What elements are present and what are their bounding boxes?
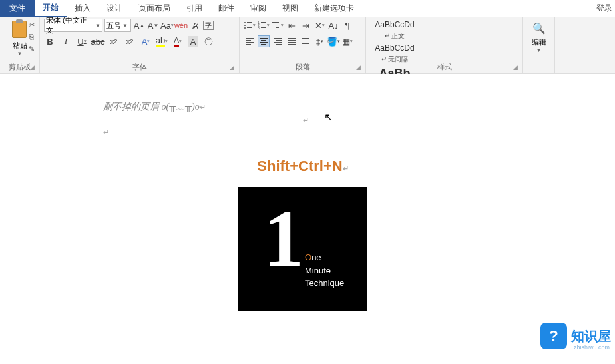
bullets-button[interactable]: ▾ (244, 19, 256, 31)
justify-button[interactable] (286, 35, 298, 47)
logo-image: 1 One Minute Technique (238, 187, 367, 311)
svg-rect-27 (288, 38, 296, 39)
svg-rect-21 (260, 42, 268, 43)
text-effects-button[interactable]: A▾ (140, 35, 152, 47)
numbering-button[interactable]: 123▾ (258, 19, 270, 31)
font-launcher-icon[interactable]: ◢ (230, 64, 238, 72)
align-left-button[interactable] (244, 35, 256, 47)
page: 删不掉的页眉 o(╥﹏╥)o↵ ↵ ↖ ↵ Shift+Ctrl+N↵ 1 On… (103, 100, 503, 311)
char-border-button[interactable]: 字 (203, 21, 214, 30)
svg-rect-29 (288, 42, 296, 43)
paragraph-group-label: 段落 (240, 62, 365, 72)
tab-view[interactable]: 视图 (274, 0, 306, 17)
decrease-indent-button[interactable]: ⇤ (286, 19, 298, 31)
sort-button[interactable]: A↓ (327, 19, 339, 31)
svg-rect-7 (261, 22, 266, 23)
svg-rect-31 (302, 38, 309, 39)
svg-rect-13 (274, 25, 279, 25)
italic-button[interactable]: I (60, 35, 72, 47)
clipboard-icon (12, 21, 28, 39)
edit-group-label: 编辑 (532, 37, 546, 47)
line-spacing-button[interactable]: ‡▾ (313, 35, 325, 47)
align-center-button[interactable] (258, 35, 270, 47)
group-edit: 🔍 编辑 ▼ (523, 17, 555, 73)
superscript-button[interactable]: x2 (124, 35, 136, 47)
tab-references[interactable]: 引用 (178, 0, 210, 17)
styles-launcher-icon[interactable]: ◢ (513, 64, 521, 72)
subscript-button[interactable]: x2 (108, 35, 120, 47)
grow-font-button[interactable]: A▲ (133, 19, 145, 31)
distribute-button[interactable] (300, 35, 311, 47)
svg-rect-17 (246, 42, 254, 43)
group-styles: AaBbCcDd ↵ 正文 AaBbCcDd ↵ 无间隔 AaBb 标题 1 ▲… (366, 17, 523, 73)
svg-rect-16 (246, 40, 251, 41)
tab-newtab[interactable]: 新建选项卡 (306, 0, 362, 17)
increase-indent-button[interactable]: ⇥ (300, 19, 311, 31)
svg-rect-28 (288, 40, 296, 41)
document-area[interactable]: 删不掉的页眉 o(╥﹏╥)o↵ ↵ ↖ ↵ Shift+Ctrl+N↵ 1 On… (0, 74, 615, 353)
char-shading-button[interactable]: A (188, 36, 198, 47)
align-right-button[interactable] (272, 35, 284, 47)
show-marks-button[interactable]: ¶ (341, 19, 353, 31)
tab-layout[interactable]: 页面布局 (130, 0, 178, 17)
shrink-font-button[interactable]: A▼ (147, 19, 159, 31)
page-header[interactable]: 删不掉的页眉 o(╥﹏╥)o↵ ↵ ↖ (103, 100, 503, 116)
svg-point-2 (244, 25, 246, 26)
font-color-button[interactable]: A▾ (172, 35, 184, 47)
svg-rect-12 (272, 22, 279, 23)
clipboard-launcher-icon[interactable]: ◢ (30, 64, 38, 72)
watermark: ? 知识屋 zhishiwu.com (540, 323, 611, 349)
font-group-label: 字体 (40, 62, 239, 72)
tab-mail[interactable]: 邮件 (210, 0, 242, 17)
tab-review[interactable]: 审阅 (242, 0, 274, 17)
enclose-char-button[interactable]: ㊁ (202, 35, 214, 47)
format-painter-button[interactable]: ✎ (26, 43, 37, 54)
paragraph-mark-icon: ↵ (103, 128, 109, 136)
clear-formatting-button[interactable]: A̷ (189, 19, 201, 31)
cut-button[interactable]: ✂ (26, 19, 37, 30)
style-normal[interactable]: AaBbCcDd ↵ 正文 (371, 19, 418, 41)
paste-label: 粘贴 (13, 41, 27, 51)
logo-numeral: 1 (264, 199, 304, 279)
highlight-button[interactable]: ab▾ (156, 35, 168, 47)
svg-rect-20 (261, 40, 266, 41)
font-size-combo[interactable]: 五号▼ (104, 19, 131, 32)
svg-rect-33 (302, 43, 309, 44)
svg-rect-5 (247, 27, 252, 28)
svg-point-4 (244, 27, 246, 29)
header-text[interactable]: 删不掉的页眉 o(╥﹏╥)o (103, 102, 200, 112)
paragraph-launcher-icon[interactable]: ◢ (356, 64, 364, 72)
multilevel-list-button[interactable]: ▾ (272, 19, 284, 31)
tab-file[interactable]: 文件 (0, 0, 35, 17)
svg-rect-24 (276, 40, 282, 41)
font-name-combo[interactable]: 宋体 (中文正文▼ (44, 19, 102, 32)
ribbon: 粘贴 ▼ ✂ ⎘ ✎ 剪贴板 ◢ 宋体 (中文正文▼ 五号▼ A▲ A▼ Aa▾… (0, 17, 615, 74)
cursor-arrow-icon: ↖ (324, 111, 333, 124)
underline-button[interactable]: U▾ (76, 35, 88, 47)
copy-button[interactable]: ⎘ (26, 31, 37, 42)
svg-point-0 (244, 22, 246, 23)
shading-button[interactable]: 🪣▾ (327, 35, 339, 47)
find-button[interactable]: 🔍 (532, 22, 546, 35)
login-link[interactable]: 登录 (596, 3, 615, 14)
svg-rect-15 (246, 38, 254, 39)
svg-rect-22 (261, 44, 266, 45)
svg-text:3: 3 (258, 26, 260, 29)
svg-rect-9 (261, 25, 266, 25)
tab-insert[interactable]: 插入 (67, 0, 99, 17)
svg-rect-26 (276, 44, 282, 45)
paragraph-mark-icon: ↵ (303, 116, 309, 125)
tab-bar: 文件 开始 插入 设计 页面布局 引用 邮件 审阅 视图 新建选项卡 登录 (0, 0, 615, 17)
borders-button[interactable]: ▦▾ (341, 35, 353, 47)
change-case-button[interactable]: Aa▾ (161, 19, 173, 31)
svg-rect-3 (247, 25, 252, 25)
bold-button[interactable]: B (44, 35, 56, 47)
watermark-url: zhishiwu.com (574, 344, 610, 351)
strikethrough-button[interactable]: abc (92, 35, 104, 47)
phonetic-guide-button[interactable]: wén (175, 19, 187, 31)
asian-layout-button[interactable]: ✕▾ (313, 19, 325, 31)
svg-rect-18 (246, 44, 251, 45)
svg-rect-19 (260, 38, 268, 39)
tab-design[interactable]: 设计 (99, 0, 130, 17)
shortcut-text: Shift+Ctrl+N↵ (103, 158, 503, 175)
